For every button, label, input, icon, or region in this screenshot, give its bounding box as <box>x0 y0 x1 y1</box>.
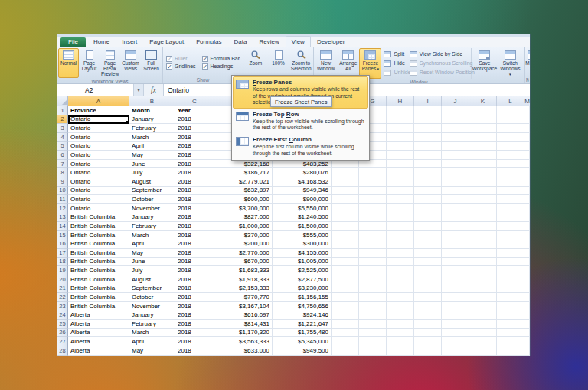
cell-K8[interactable] <box>469 168 497 177</box>
cell-J18[interactable] <box>442 258 469 267</box>
cell-E8[interactable]: $280,076 <box>273 168 332 177</box>
cell-M16[interactable] <box>524 239 530 249</box>
cell-D10[interactable]: $632,897 <box>214 187 273 196</box>
cell-J28[interactable] <box>442 346 469 356</box>
cell-C7[interactable]: 2018 <box>175 160 214 169</box>
cell-L5[interactable] <box>497 142 524 151</box>
cell-I11[interactable] <box>414 195 442 204</box>
cell-F12[interactable] <box>332 204 359 213</box>
cell-L19[interactable] <box>497 266 524 275</box>
cell-H20[interactable] <box>387 275 414 284</box>
cell-F15[interactable] <box>332 231 359 240</box>
cell-B1[interactable]: Month <box>129 106 175 115</box>
cell-L20[interactable] <box>497 275 524 284</box>
cell-M14[interactable] <box>524 222 530 231</box>
cell-J15[interactable] <box>442 231 469 240</box>
cell-M25[interactable] <box>524 320 530 329</box>
cell-K16[interactable] <box>469 239 497 249</box>
cell-F10[interactable] <box>332 187 359 196</box>
cell-H9[interactable] <box>387 177 414 187</box>
cell-L26[interactable] <box>497 329 524 338</box>
arrange-all-button[interactable]: Arrange All <box>337 48 359 79</box>
cell-G12[interactable] <box>359 204 387 213</box>
cell-D12[interactable]: $3,700,000 <box>214 204 273 213</box>
cell-F22[interactable] <box>332 293 359 302</box>
name-box-dropdown-icon[interactable] <box>134 84 144 96</box>
new-window-button[interactable]: New Window <box>315 48 337 79</box>
cell-I26[interactable] <box>414 329 442 338</box>
cell-C27[interactable]: 2018 <box>175 337 214 346</box>
hide-button[interactable]: Hide <box>384 60 404 67</box>
cell-A16[interactable]: British Columbia <box>68 239 129 249</box>
cell-M21[interactable] <box>524 284 530 294</box>
tab-data[interactable]: Data <box>228 36 253 47</box>
cell-G22[interactable] <box>359 293 387 302</box>
cell-M19[interactable] <box>524 266 530 275</box>
cell-M23[interactable] <box>524 302 530 311</box>
cell-C17[interactable]: 2018 <box>175 249 214 258</box>
cell-L6[interactable] <box>497 151 524 160</box>
cell-H10[interactable] <box>387 187 414 196</box>
cell-K27[interactable] <box>469 337 497 346</box>
cell-I25[interactable] <box>414 320 442 329</box>
cell-C12[interactable]: 2018 <box>175 204 214 213</box>
cell-I20[interactable] <box>414 275 442 284</box>
cell-B5[interactable]: April <box>129 142 175 151</box>
cell-A1[interactable]: Province <box>68 106 129 115</box>
switch-windows-button[interactable]: Switch Windows <box>498 48 523 79</box>
cell-C19[interactable]: 2018 <box>175 266 214 275</box>
cell-I14[interactable] <box>414 222 442 231</box>
cell-B22[interactable]: October <box>129 293 175 302</box>
column-header-I[interactable]: I <box>414 96 442 106</box>
cell-J2[interactable] <box>442 115 469 125</box>
cell-A13[interactable]: British Columbia <box>68 213 129 223</box>
cell-G15[interactable] <box>359 231 387 240</box>
cell-K1[interactable] <box>469 106 497 115</box>
select-all-corner[interactable] <box>57 96 68 106</box>
insert-function-button[interactable]: fx <box>144 84 164 96</box>
cell-I15[interactable] <box>414 231 442 240</box>
cell-J24[interactable] <box>442 310 469 320</box>
cell-K23[interactable] <box>469 302 497 311</box>
cell-H19[interactable] <box>387 266 414 275</box>
cell-H13[interactable] <box>387 213 414 223</box>
page-layout-button[interactable]: Page Layout <box>79 48 100 78</box>
cell-K17[interactable] <box>469 249 497 258</box>
ruler-checkbox[interactable]: ✓Ruler <box>166 56 196 62</box>
cell-G19[interactable] <box>359 266 387 275</box>
cell-B24[interactable]: January <box>129 310 175 320</box>
cell-J27[interactable] <box>442 337 469 346</box>
cell-A4[interactable]: Ontario <box>68 133 129 142</box>
cell-L17[interactable] <box>497 249 524 258</box>
cell-C8[interactable]: 2018 <box>175 168 214 177</box>
cell-K15[interactable] <box>469 231 497 240</box>
cell-K25[interactable] <box>469 320 497 329</box>
cell-L4[interactable] <box>497 133 524 142</box>
page-break-preview-button[interactable]: Page Break Preview <box>100 48 120 78</box>
cell-B21[interactable]: September <box>129 284 175 294</box>
cell-G27[interactable] <box>359 337 387 346</box>
normal-button[interactable]: Normal <box>58 48 79 78</box>
cell-B17[interactable]: May <box>129 249 175 258</box>
row-header-17[interactable]: 17 <box>57 249 68 258</box>
cell-H2[interactable] <box>387 115 414 125</box>
row-header-15[interactable]: 15 <box>57 231 68 240</box>
cell-B9[interactable]: August <box>129 177 175 187</box>
cell-A10[interactable]: Ontario <box>68 187 129 196</box>
cell-L13[interactable] <box>497 213 524 223</box>
cell-D8[interactable]: $186,717 <box>214 168 273 177</box>
cell-K4[interactable] <box>469 133 497 142</box>
row-header-21[interactable]: 21 <box>57 284 68 294</box>
cell-E20[interactable]: $2,877,500 <box>273 275 332 284</box>
cell-D15[interactable]: $370,000 <box>214 231 273 240</box>
cell-F17[interactable] <box>332 249 359 258</box>
split-button[interactable]: Split <box>384 50 404 58</box>
cell-C13[interactable]: 2018 <box>175 213 214 223</box>
cell-H4[interactable] <box>387 133 414 142</box>
cell-H1[interactable] <box>387 106 414 115</box>
cell-E22[interactable]: $1,156,155 <box>273 293 332 302</box>
cell-L11[interactable] <box>497 195 524 204</box>
cell-C20[interactable]: 2018 <box>175 275 214 284</box>
column-header-A[interactable]: A <box>68 96 129 106</box>
cell-A12[interactable]: Ontario <box>68 204 129 213</box>
